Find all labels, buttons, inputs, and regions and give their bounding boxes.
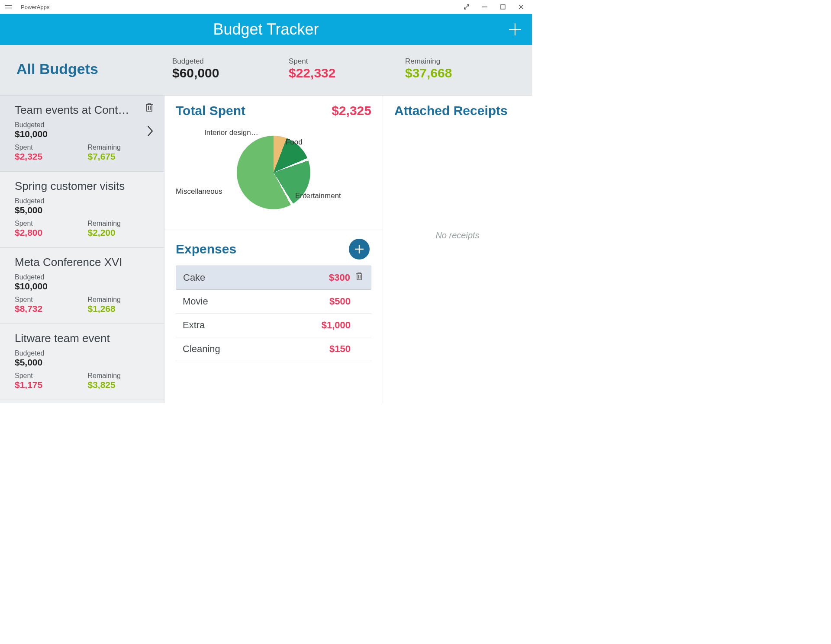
expenses-title: Expenses — [176, 242, 236, 256]
budget-item-title: Litware team event — [15, 332, 149, 345]
budget-budgeted-value: $10,000 — [15, 281, 149, 292]
budget-budgeted-label: Budgeted — [15, 121, 149, 129]
budget-spent-label: Spent — [15, 296, 77, 304]
hamburger-menu-icon[interactable] — [5, 5, 12, 9]
budget-spent-label: Spent — [15, 372, 77, 380]
summary-budgeted-label: Budgeted — [172, 57, 284, 66]
expense-row[interactable]: Cake $300 — [176, 266, 371, 290]
summary-budgeted-value: $60,000 — [172, 66, 284, 80]
expense-name: Cleaning — [183, 343, 329, 355]
summary-budgeted: Budgeted $60,000 — [172, 57, 284, 80]
window-titlebar: PowerApps — [0, 0, 532, 14]
receipts-panel: Attached Receipts No receipts — [383, 96, 532, 403]
minimize-icon[interactable] — [482, 4, 488, 10]
maximize-icon[interactable] — [500, 4, 506, 10]
close-icon[interactable] — [518, 4, 524, 10]
expense-name: Movie — [183, 296, 329, 307]
expense-amount: $500 — [329, 296, 351, 307]
add-expense-button[interactable] — [349, 239, 370, 260]
pie-label-ent: Entertainment — [295, 192, 341, 200]
receipts-title: Attached Receipts — [394, 103, 521, 118]
expense-row[interactable]: Extra $1,000 — [176, 314, 371, 337]
pie-label-food: Food — [286, 138, 303, 147]
budget-spent-value: $2,800 — [15, 227, 77, 238]
budget-spent-value: $2,325 — [15, 151, 77, 162]
expense-amount: $300 — [329, 272, 350, 283]
budget-spent-label: Spent — [15, 144, 77, 151]
expense-name: Cake — [183, 272, 329, 283]
budget-budgeted-value: $10,000 — [15, 129, 149, 139]
summary-spent-label: Spent — [289, 57, 401, 66]
budget-item-title: Spring customer visits — [15, 179, 149, 193]
summary-remaining: Remaining $37,668 — [405, 57, 517, 80]
budget-budgeted-value: $5,000 — [15, 357, 149, 368]
app-header: Budget Tracker — [0, 14, 532, 45]
summary-remaining-label: Remaining — [405, 57, 517, 66]
total-spent-value: $2,325 — [332, 103, 371, 118]
budget-remaining-value: $1,268 — [88, 304, 150, 314]
pie-chart: Interior design… Food Miscellaneous Ente… — [164, 124, 383, 230]
expense-amount: $150 — [329, 343, 351, 355]
app-title: Budget Tracker — [213, 20, 319, 38]
budget-item[interactable]: Spring customer visits Budgeted $5,000 S… — [0, 172, 164, 248]
trash-icon[interactable] — [145, 103, 154, 114]
add-budget-button[interactable] — [508, 22, 522, 37]
expense-amount: $1,000 — [322, 320, 351, 331]
all-budgets-title: All Budgets — [16, 61, 168, 77]
budget-budgeted-label: Budgeted — [15, 349, 149, 357]
budget-item[interactable]: Team events at Cont… Budgeted $10,000 Sp… — [0, 96, 164, 172]
summary-remaining-value: $37,668 — [405, 66, 517, 80]
budget-remaining-label: Remaining — [88, 220, 150, 227]
trash-icon[interactable] — [355, 272, 364, 283]
budget-remaining-value: $2,200 — [88, 227, 150, 238]
budget-list: Team events at Cont… Budgeted $10,000 Sp… — [0, 96, 164, 403]
budget-budgeted-label: Budgeted — [15, 197, 149, 205]
svg-rect-0 — [501, 5, 505, 9]
budget-spent-value: $8,732 — [15, 304, 77, 314]
summary-spent-value: $22,332 — [289, 66, 401, 80]
budget-budgeted-label: Budgeted — [15, 273, 149, 281]
pie-label-interior: Interior design… — [204, 128, 258, 137]
budget-remaining-label: Remaining — [88, 144, 150, 151]
budget-spent-label: Spent — [15, 220, 77, 227]
budget-remaining-value: $3,825 — [88, 380, 150, 390]
expense-list: Cake $300 Movie $500 Extra $1,000 Cl — [176, 266, 371, 361]
budget-remaining-label: Remaining — [88, 296, 150, 304]
budget-remaining-label: Remaining — [88, 372, 150, 380]
total-spent-title: Total Spent — [176, 103, 245, 118]
budget-spent-value: $1,175 — [15, 380, 77, 390]
expense-name: Extra — [183, 320, 322, 331]
window-app-name: PowerApps — [21, 4, 49, 10]
no-receipts-text: No receipts — [394, 231, 521, 240]
budget-item[interactable]: Litware team event Budgeted $5,000 Spent… — [0, 324, 164, 400]
expand-icon[interactable] — [464, 4, 470, 10]
content-area: Team events at Cont… Budgeted $10,000 Sp… — [0, 96, 532, 403]
expense-row[interactable]: Cleaning $150 — [176, 337, 371, 361]
budget-budgeted-value: $5,000 — [15, 205, 149, 215]
pie-label-misc: Miscellaneous — [176, 187, 222, 196]
summary-band: All Budgets Budgeted $60,000 Spent $22,3… — [0, 45, 532, 96]
budget-item-title: Team events at Cont… — [15, 103, 149, 117]
budget-remaining-value: $7,675 — [88, 151, 150, 162]
budget-item-title: Meta Conference XVI — [15, 256, 149, 269]
chevron-right-icon[interactable] — [147, 125, 154, 139]
expense-row[interactable]: Movie $500 — [176, 290, 371, 314]
detail-panel: Total Spent $2,325 Interior design… Food… — [164, 96, 383, 403]
budget-item[interactable]: Meta Conference XVI Budgeted $10,000 Spe… — [0, 248, 164, 324]
summary-spent: Spent $22,332 — [289, 57, 401, 80]
